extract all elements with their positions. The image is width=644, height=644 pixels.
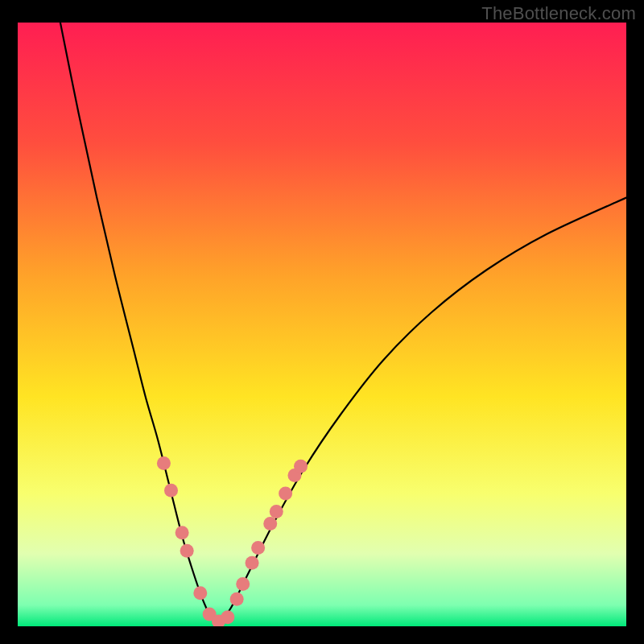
scatter-point (294, 460, 308, 473)
scatter-point (180, 544, 194, 558)
scatter-point (251, 541, 265, 555)
scatter-point (246, 556, 259, 570)
scatter-point (263, 517, 277, 530)
bottleneck-chart (18, 23, 626, 626)
scatter-point (236, 577, 250, 591)
chart-background (18, 23, 626, 626)
chart-frame (18, 23, 626, 626)
scatter-point (193, 586, 207, 600)
scatter-point (270, 505, 283, 518)
scatter-point (230, 592, 244, 606)
scatter-point (164, 484, 178, 497)
scatter-point (279, 487, 292, 501)
scatter-point (175, 526, 189, 539)
watermark: TheBottleneck.com (481, 3, 636, 24)
scatter-point (157, 456, 171, 470)
scatter-point (221, 610, 234, 624)
